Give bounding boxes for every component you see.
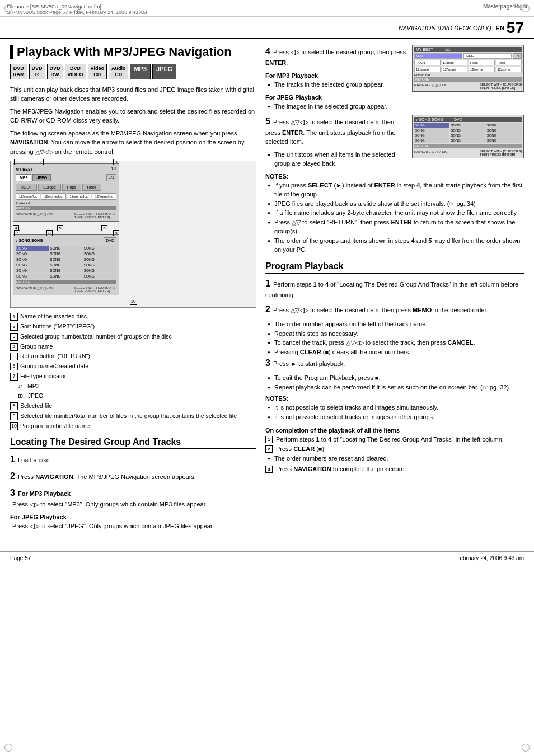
right-column: MY BEST 1/1 MP3 JPEG 1/1 ROOT Europe Pop…	[265, 45, 524, 534]
en-label: EN	[496, 25, 504, 31]
badge-audio-cd: AudioCD	[109, 64, 129, 79]
group-cell-4: 12/some/loc	[92, 193, 116, 200]
page-number: 57	[507, 19, 524, 37]
header-filename: Filename [SR-MV50U_09Navigation.fm]	[7, 3, 147, 10]
page-title: Playback With MP3/JPEG Navigation	[10, 45, 256, 59]
disc-badges: DVDRAM DVDR DVDRW DVDVIDEO VideoCD Audio…	[10, 64, 256, 79]
my-best-screen: MY BEST 1/1 MP3 JPEG 1/1 ROOT Europe	[13, 163, 119, 222]
prog-step-2: 2 Press △▽◁▷ to select the desired item,…	[265, 303, 524, 316]
badge-dvd-r: DVDR	[29, 64, 45, 79]
right-step-4-jpeg: For JPEG Playback The images in the sele…	[265, 93, 524, 111]
footer-left: Page 57	[10, 555, 31, 561]
header-masterpage: Masterpage:Right	[483, 3, 527, 10]
annotation-6: 6 Group name/Created date	[10, 362, 256, 371]
prog-notes-list: It is not possible to select tracks and …	[268, 403, 524, 421]
completion-step-2: 2 Press CLEAR (■).	[265, 445, 524, 453]
top-bar: NAVIGATION (DVD DECK ONLY) EN 57	[0, 17, 534, 39]
jpeg-tab: JPEG	[32, 174, 51, 181]
prog-bullets: The order number appears on the left of …	[268, 320, 524, 356]
mp3-tab: MP3	[16, 174, 31, 181]
left-column: Playback With MP3/JPEG Navigation DVDRAM…	[10, 45, 256, 534]
intro-para-2: The MP3/JPEG Navigation enables you to s…	[10, 107, 256, 125]
annotation-4: 4 Group name	[10, 342, 256, 351]
annotation-3: 3 Selected group number/total number of …	[10, 332, 256, 341]
annotation-8: 8 Selected file	[10, 402, 256, 411]
notes-list: If you press SELECT (►) instead of ENTER…	[268, 181, 524, 255]
step-3: 3 For MP3 Playback Press ◁▷ to select "M…	[10, 486, 256, 509]
prog-step3-bullets: To quit the Program Playback, press ■. R…	[268, 373, 524, 392]
song-song-screen: ♪ SONG SONG DVD SONG SONG SONG SONG SONG…	[13, 234, 119, 295]
completion-heading: On completion of the playback of all the…	[265, 427, 524, 434]
group-cell-2: 12/some/loc	[41, 193, 65, 200]
footer-right: February 24, 2006 9:43 am	[456, 555, 524, 561]
pops-btn: Pops	[62, 184, 81, 191]
prog-step-1: 1 Perform steps 1 to 4 of "Locating The …	[265, 277, 524, 300]
badge-dvd-video: DVDVIDEO	[65, 64, 86, 79]
program-heading: Program Playback	[265, 261, 524, 274]
completion-bullet: The order numbers are reset and cleared.	[268, 454, 524, 463]
rock-btn: Rock	[82, 184, 101, 191]
annotation-7b: ⊞: JPEG	[18, 392, 256, 401]
completion-step-1: 1 Perform steps 1 to 4 of "Locating The …	[265, 436, 524, 443]
step-1: 1 Load a disc.	[10, 453, 256, 466]
page-footer: Page 57 February 24, 2006 9:43 am	[0, 551, 534, 565]
badge-mp3: MP3	[130, 64, 151, 79]
header-left: Filename [SR-MV50U_09Navigation.fm] SR-M…	[7, 3, 147, 15]
annotation-10: 10 Program number/file name	[10, 422, 256, 431]
annotation-9: 9 Selected file number/total number of f…	[10, 412, 256, 421]
badge-jpeg: JPEG	[152, 64, 176, 79]
header: Filename [SR-MV50U_09Navigation.fm] SR-M…	[0, 0, 534, 17]
group-cell-1: 12/some/loc	[16, 193, 40, 200]
intro-para-3: The following screen appears as the MP3/…	[10, 129, 256, 157]
notes-heading: NOTES:	[265, 173, 524, 180]
header-bookinfo: SR-MV50US.book Page 57 Friday, February …	[7, 10, 147, 15]
badge-dvd-rw: DVDRW	[47, 64, 63, 79]
intro-para-1: This unit can play back discs that MP3 s…	[10, 85, 256, 104]
step-3-jpeg: For JPEG Playback Press ◁▷ to select "JP…	[10, 513, 256, 531]
europe-btn: Europe	[38, 184, 61, 191]
main-content: Playback With MP3/JPEG Navigation DVDRAM…	[0, 39, 534, 540]
step-2: 2 Press NAVIGATION. The MP3/JPEG Navigat…	[10, 469, 256, 483]
nav-screenshot: MY BEST 1/1 MP3 JPEG 1/1 ROOT Europe	[10, 161, 256, 308]
annotation-7: 7 File type indicator	[10, 372, 256, 381]
step5-bullet: The unit stops when all items in the sel…	[268, 150, 524, 168]
completion-step-3: 3 Press NAVIGATION to complete the proce…	[265, 466, 524, 473]
locating-heading: Locating The Desired Group And Tracks	[10, 437, 256, 449]
root-btn: ROOT	[16, 184, 37, 191]
annotation-5: 5 Return button ("RETURN")	[10, 352, 256, 361]
annotation-7a: ♪: MP3	[18, 382, 256, 391]
annotation-2: 2 Sort buttons ("MP3"/"JPEG")	[10, 322, 256, 331]
prog-step-3: 3 Press ► to start playback.	[265, 356, 524, 370]
navigation-label: NAVIGATION (DVD DECK ONLY)	[399, 25, 491, 31]
annotation-1: 1 Name of the inserted disc.	[10, 312, 256, 321]
group-cell-3: 12/some/loc	[67, 193, 91, 200]
badge-dvd-ram: DVDRAM	[10, 64, 27, 79]
prog-notes-heading: NOTES:	[265, 395, 524, 402]
completion-section: On completion of the playback of all the…	[265, 427, 524, 473]
badge-video-cd: VideoCD	[88, 64, 107, 79]
annotation-list: 1 Name of the inserted disc. 2 Sort butt…	[10, 312, 256, 430]
